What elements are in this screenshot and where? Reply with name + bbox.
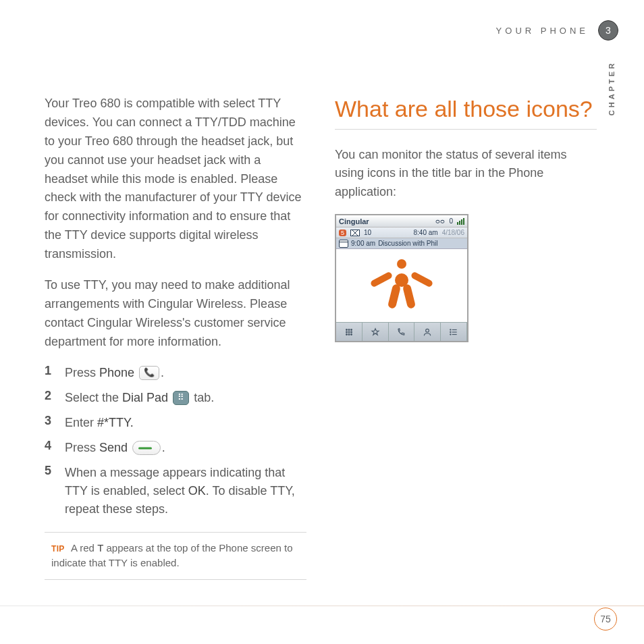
step-2: 2 Select the Dial Pad ⠿ tab. xyxy=(45,389,306,407)
step-text-tail: tab. xyxy=(190,391,214,404)
battery-icon: 0 xyxy=(449,217,453,225)
step-text: Press Send . xyxy=(65,439,165,457)
dialpad-tab-icon: ⠿ xyxy=(173,391,189,405)
svg-point-9 xyxy=(426,329,429,332)
phone-status-row: 5 10 8:40 am 4/18/06 xyxy=(336,227,467,238)
step-text: When a message appears indicating that T… xyxy=(65,464,306,518)
svg-point-15 xyxy=(450,334,451,335)
step-text-pre: Press xyxy=(65,366,99,379)
heading-rule xyxy=(335,129,597,130)
phone-calendar-row: 9:00 am Discussion with Phil xyxy=(336,238,467,249)
calendar-icon xyxy=(339,240,348,248)
tty-steps-list: 1 Press Phone 📞. 2 Select the Dial Pad ⠿… xyxy=(45,364,306,518)
step-text-pre: Press xyxy=(65,441,99,454)
step-text-bold: OK xyxy=(188,484,206,498)
left-column: Your Treo 680 is compatible with select … xyxy=(45,95,306,580)
mail-icon xyxy=(350,230,360,236)
step-5: 5 When a message appears indicating that… xyxy=(45,464,306,518)
svg-point-2 xyxy=(351,329,352,330)
icons-intro-paragraph: You can monitor the status of several it… xyxy=(335,146,597,203)
cingular-jack-icon xyxy=(378,259,425,313)
footer-rule xyxy=(0,606,644,606)
step-text: Enter #*TTY. xyxy=(65,414,134,432)
svg-point-3 xyxy=(346,331,348,333)
clock-time: 8:40 am xyxy=(413,229,437,236)
svg-point-1 xyxy=(348,329,350,330)
tip-label: TIP xyxy=(51,544,65,554)
tty-contact-paragraph: To use TTY, you may need to make additio… xyxy=(45,276,306,352)
calendar-event: Discussion with Phil xyxy=(378,240,437,247)
right-column: What are all those icons? You can monito… xyxy=(335,95,597,580)
chapter-label-vertical: CHAPTER xyxy=(608,61,616,115)
step-text-bold: Phone xyxy=(99,366,134,379)
list-tab-icon xyxy=(441,323,467,341)
send-button-icon xyxy=(132,441,161,455)
phone-wallpaper xyxy=(336,249,467,322)
step-text-pre: Enter xyxy=(65,416,97,429)
call-tab-icon xyxy=(389,323,415,341)
tip-text-pre: A red xyxy=(71,542,97,554)
step-number: 5 xyxy=(45,464,55,518)
step-3: 3 Enter #*TTY. xyxy=(45,414,306,432)
calendar-time: 9:00 am xyxy=(351,240,375,247)
step-text-pre: Select the xyxy=(65,391,122,404)
svg-point-4 xyxy=(348,331,350,333)
step-text-bold: #*TTY. xyxy=(97,416,134,429)
clock-date: 4/18/06 xyxy=(442,229,464,236)
voicemail-icon: ᴑᴑ xyxy=(435,217,445,225)
signal-bars-icon xyxy=(457,218,464,225)
phone-tab-bar xyxy=(336,322,467,341)
step-1: 1 Press Phone 📞. xyxy=(45,364,306,382)
favorites-tab-icon xyxy=(363,323,389,341)
svg-point-0 xyxy=(346,329,348,330)
phone-screenshot: Cingular ᴑᴑ 0 5 10 8:40 am 4/18/06 9:00 … xyxy=(335,214,468,342)
contacts-tab-icon xyxy=(414,323,441,341)
svg-point-6 xyxy=(346,333,348,335)
step-number: 2 xyxy=(45,389,55,407)
page-header: YOUR PHONE 3 xyxy=(496,20,618,41)
step-text: Press Phone 📞. xyxy=(65,364,164,382)
section-title: YOUR PHONE xyxy=(496,26,589,36)
step-text-bold: Send xyxy=(99,441,128,454)
section-heading: What are all those icons? xyxy=(335,95,597,124)
step-text: Select the Dial Pad ⠿ tab. xyxy=(65,389,214,407)
page-number-badge: 75 xyxy=(594,608,617,630)
tip-text-bold: T xyxy=(97,542,103,554)
tty-intro-paragraph: Your Treo 680 is compatible with select … xyxy=(45,95,306,264)
page-columns: Your Treo 680 is compatible with select … xyxy=(45,95,597,580)
svg-point-13 xyxy=(450,329,451,330)
step-number: 3 xyxy=(45,414,55,432)
dialpad-tab-icon xyxy=(336,323,363,341)
step-4: 4 Press Send . xyxy=(45,439,306,457)
step-number: 4 xyxy=(45,439,55,457)
tip-box: TIP A red T appears at the top of the Ph… xyxy=(45,532,306,580)
svg-point-8 xyxy=(351,333,352,335)
missed-count-badge: 5 xyxy=(339,230,346,236)
svg-point-5 xyxy=(351,331,352,333)
chapter-number-badge: 3 xyxy=(598,20,618,41)
svg-point-7 xyxy=(348,333,350,335)
phone-title-bar: Cingular ᴑᴑ 0 xyxy=(336,215,467,227)
phone-button-icon: 📞 xyxy=(139,366,159,380)
mail-count: 10 xyxy=(364,229,371,236)
carrier-label: Cingular xyxy=(339,217,369,225)
step-number: 1 xyxy=(45,364,55,382)
svg-point-14 xyxy=(450,331,451,332)
step-text-bold: Dial Pad xyxy=(122,391,168,404)
